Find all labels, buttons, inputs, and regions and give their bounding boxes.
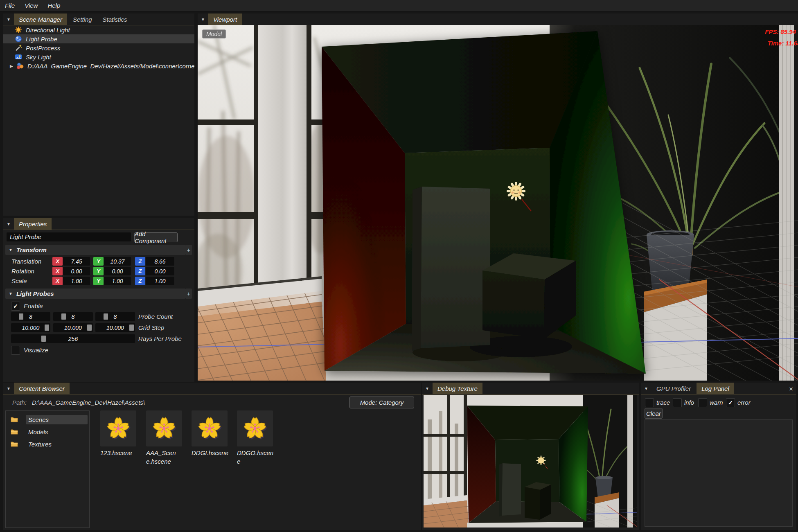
content-browser-tabbar: ▼ Content Browser: [3, 383, 421, 394]
trace-checkbox[interactable]: [645, 398, 654, 407]
tree-item-sky-light[interactable]: Sky Light: [3, 52, 194, 61]
tab-properties[interactable]: Properties: [14, 218, 52, 230]
axis-x-button[interactable]: X: [52, 257, 63, 266]
debug-texture-tabbar: ▼ Debug Texture: [422, 383, 639, 394]
menu-view[interactable]: View: [25, 2, 38, 9]
clear-button[interactable]: Clear: [645, 408, 663, 419]
frame-time: Time: 11.64: [768, 40, 798, 47]
axis-z-button[interactable]: Z: [135, 267, 145, 275]
folder-item-models[interactable]: Models: [6, 426, 89, 438]
light-probes-add-button[interactable]: +: [185, 289, 192, 299]
axis-z-button[interactable]: Z: [135, 257, 145, 266]
light-probes-title: Light Probes: [16, 290, 54, 297]
light-probe-icon: [15, 35, 22, 43]
visualize-checkbox[interactable]: [11, 346, 20, 355]
collapse-arrow-icon[interactable]: ▼: [422, 383, 433, 394]
file-tile-ddgo[interactable]: [237, 410, 273, 446]
model-mode-button[interactable]: Model: [202, 29, 226, 38]
error-label: error: [737, 399, 751, 406]
grid-step-label: Grid Step: [138, 324, 164, 331]
probe-count-z-drag[interactable]: 8: [95, 312, 135, 321]
tree-item-postprocess[interactable]: PostProcess: [3, 43, 194, 52]
scale-label: Scale: [11, 277, 27, 284]
axis-x-button[interactable]: X: [52, 277, 63, 285]
tab-log-panel[interactable]: Log Panel: [697, 383, 734, 394]
rotation-x-field[interactable]: 0.00: [63, 267, 90, 275]
transform-add-button[interactable]: +: [185, 245, 192, 255]
path-label: Path:: [12, 399, 27, 406]
translation-y-field[interactable]: 10.37: [104, 257, 131, 266]
section-collapse-icon: ▼: [9, 248, 13, 252]
probe-count-y-drag[interactable]: 8: [53, 312, 93, 321]
rotation-z-field[interactable]: 0.00: [146, 267, 174, 275]
viewport-render-canvas[interactable]: Model FPS: 85.94 Time: 11.64: [198, 25, 798, 381]
rotation-label: Rotation: [11, 268, 34, 275]
collapse-arrow-icon[interactable]: ▼: [3, 383, 14, 394]
menu-file[interactable]: File: [5, 2, 15, 9]
folder-label: Scenes: [26, 415, 88, 424]
expand-arrow-icon[interactable]: ▶: [10, 64, 16, 68]
tree-item-directional-light[interactable]: Directional Light: [3, 25, 194, 34]
postprocess-icon: [15, 44, 22, 52]
entity-name-input[interactable]: Light Probe: [7, 232, 131, 241]
menu-help[interactable]: Help: [47, 2, 60, 9]
grid-step-y-drag[interactable]: 10.000: [53, 323, 93, 332]
cornell-box: [322, 31, 646, 374]
axis-y-button[interactable]: Y: [93, 257, 104, 266]
translation-label: Translation: [11, 258, 41, 265]
enable-checkbox[interactable]: ✓: [11, 302, 20, 311]
collapse-arrow-icon[interactable]: ▼: [198, 14, 208, 25]
axis-y-button[interactable]: Y: [93, 277, 104, 285]
grid-step-x-drag[interactable]: 10.000: [11, 323, 50, 332]
add-component-button[interactable]: Add Component: [134, 232, 178, 242]
folder-label: Textures: [26, 440, 88, 449]
axis-x-button[interactable]: X: [52, 267, 63, 275]
error-checkbox[interactable]: ✓: [726, 398, 735, 407]
scale-x-field[interactable]: 1.00: [63, 277, 90, 285]
grid-step-z-drag[interactable]: 10.000: [95, 323, 135, 332]
axis-y-button[interactable]: Y: [93, 267, 104, 275]
file-tile-123[interactable]: [100, 410, 136, 446]
warn-checkbox[interactable]: [698, 398, 707, 407]
tab-statistics[interactable]: Statistics: [98, 14, 132, 25]
folder-item-scenes[interactable]: Scenes: [6, 413, 89, 426]
viewport-tabbar: ▼ Viewport: [198, 14, 798, 25]
gpu-profiler-tabbar: ▼ GPU Profiler Log Panel ×: [641, 383, 796, 394]
scale-y-field[interactable]: 1.00: [104, 277, 131, 285]
tab-viewport[interactable]: Viewport: [208, 14, 242, 25]
rays-per-probe-drag[interactable]: 256: [11, 334, 135, 343]
rotation-y-field[interactable]: 0.00: [104, 267, 131, 275]
collapse-arrow-icon[interactable]: ▼: [641, 383, 651, 394]
hscene-flower-icon: [196, 415, 223, 442]
debug-texture-image[interactable]: [424, 395, 637, 527]
tab-setting[interactable]: Setting: [68, 14, 97, 25]
light-probes-header[interactable]: ▼ Light Probes: [5, 289, 185, 299]
tree-item-cornell-box-model[interactable]: ▶ D:/AAA_GameEngine_Dev/Hazel/Assets/Mod…: [3, 61, 194, 70]
tree-item-label: Directional Light: [26, 27, 70, 34]
debug-render: [424, 395, 637, 527]
tree-item-light-probe[interactable]: Light Probe: [3, 34, 194, 43]
file-tile-aaa-scene[interactable]: [146, 410, 182, 446]
axis-z-button[interactable]: Z: [135, 277, 145, 285]
translation-z-field[interactable]: 8.66: [146, 257, 174, 266]
folder-item-textures[interactable]: Textures: [6, 438, 89, 450]
properties-tabbar: ▼ Properties: [3, 218, 194, 230]
info-checkbox[interactable]: [673, 398, 682, 407]
probe-count-x-drag[interactable]: 8: [11, 312, 50, 321]
log-output-area[interactable]: [645, 419, 793, 527]
tab-gpu-profiler[interactable]: GPU Profiler: [651, 383, 696, 394]
file-tile-ddgi[interactable]: [192, 410, 228, 446]
collapse-arrow-icon[interactable]: ▼: [3, 14, 14, 25]
mode-category-button[interactable]: Mode: Category: [349, 397, 414, 408]
translation-x-field[interactable]: 7.45: [63, 257, 90, 266]
scale-z-field[interactable]: 1.00: [146, 277, 174, 285]
tab-scene-manager[interactable]: Scene Manager: [14, 14, 67, 25]
viewport-panel: ▼ Viewport: [198, 14, 798, 381]
close-icon[interactable]: ×: [789, 385, 793, 393]
tab-debug-texture[interactable]: Debug Texture: [433, 383, 482, 394]
visualize-label: Visualize: [24, 347, 48, 354]
collapse-arrow-icon[interactable]: ▼: [3, 218, 14, 230]
tab-content-browser[interactable]: Content Browser: [14, 383, 70, 394]
transform-header[interactable]: ▼ Transform: [5, 245, 185, 255]
fps-counter: FPS: 85.94: [765, 28, 796, 35]
